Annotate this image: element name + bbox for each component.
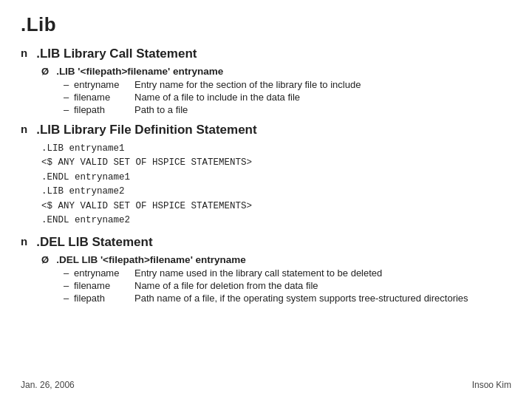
- code-line-1: .LIB entryname1: [41, 142, 511, 156]
- param-dash-3: –: [64, 104, 74, 115]
- section-lib-def: n .LIB Library File Definition Statement…: [21, 123, 511, 228]
- footer-author: Insoo Kim: [472, 380, 511, 390]
- section-title-lib-call: .LIB Library Call Statement: [36, 47, 197, 61]
- section-heading-lib-def: n .LIB Library File Definition Statement: [21, 123, 511, 137]
- param-desc-entryname-2: Entry name used in the library call stat…: [134, 267, 382, 279]
- section-heading-lib-call: n .LIB Library Call Statement: [21, 47, 511, 61]
- bullet-n-2: n: [21, 123, 27, 135]
- ø-marker-2: Ø: [41, 254, 49, 265]
- param-dash: –: [64, 79, 74, 90]
- subsection-lib-call-syntax: Ø .LIB '<filepath>filename' entryname – …: [41, 66, 511, 115]
- page: .Lib n .LIB Library Call Statement Ø .LI…: [0, 0, 532, 399]
- subsection-del-lib-syntax: Ø .DEL LIB '<filepath>filename' entrynam…: [41, 254, 511, 304]
- param-desc-filename-1: Name of a file to include in the data fi…: [134, 92, 300, 103]
- footer: Jan. 26, 2006 Insoo Kim: [21, 380, 511, 390]
- param-name-filename-1: filename: [74, 92, 134, 103]
- param-list-lib-call: – entryname Entry name for the section o…: [64, 79, 511, 115]
- code-line-3: .ENDL entryname1: [41, 171, 511, 185]
- section-title-del-lib: .DEL LIB Statement: [36, 235, 152, 250]
- param-row-filename-1: – filename Name of a file to include in …: [64, 92, 511, 103]
- param-dash-6: –: [64, 293, 74, 304]
- footer-date: Jan. 26, 2006: [21, 380, 75, 390]
- param-name-filepath-1: filepath: [74, 104, 134, 115]
- code-line-6: .ENDL entryname2: [41, 214, 511, 228]
- code-line-2: <$ ANY VALID SET OF HSPICE STATEMENTS>: [41, 156, 511, 170]
- syntax-del-lib: .DEL LIB '<filepath>filename' entryname: [56, 254, 246, 265]
- page-title: .Lib: [21, 13, 511, 36]
- param-dash-2: –: [64, 92, 74, 103]
- param-name-filepath-2: filepath: [74, 293, 134, 304]
- param-name-entryname-1: entryname: [74, 79, 134, 90]
- sub-heading-del-lib: Ø .DEL LIB '<filepath>filename' entrynam…: [41, 254, 511, 265]
- param-name-filename-2: filename: [74, 280, 134, 291]
- section-heading-del-lib: n .DEL LIB Statement: [21, 235, 511, 250]
- param-list-del-lib: – entryname Entry name used in the libra…: [64, 267, 511, 304]
- sub-heading-lib-call: Ø .LIB '<filepath>filename' entryname: [41, 66, 511, 77]
- code-block-lib-def: .LIB entryname1 <$ ANY VALID SET OF HSPI…: [41, 142, 511, 228]
- syntax-lib-call: .LIB '<filepath>filename' entryname: [56, 66, 223, 77]
- section-title-lib-def: .LIB Library File Definition Statement: [36, 123, 256, 137]
- param-desc-filepath-2: Path name of a file, if the operating sy…: [134, 293, 468, 304]
- param-dash-5: –: [64, 280, 74, 291]
- param-row-filepath-2: – filepath Path name of a file, if the o…: [64, 293, 511, 304]
- param-row-entryname-1: – entryname Entry name for the section o…: [64, 79, 511, 90]
- param-row-entryname-2: – entryname Entry name used in the libra…: [64, 267, 511, 279]
- param-row-filename-2: – filename Name of a file for deletion f…: [64, 280, 511, 291]
- param-desc-filename-2: Name of a file for deletion from the dat…: [134, 280, 318, 291]
- param-desc-filepath-1: Path to a file: [134, 104, 188, 115]
- bullet-n-3: n: [21, 235, 27, 248]
- param-desc-entryname-1: Entry name for the section of the librar…: [134, 79, 361, 90]
- code-line-5: <$ ANY VALID SET OF HSPICE STATEMENTS>: [41, 200, 511, 214]
- ø-marker-1: Ø: [41, 66, 49, 77]
- param-row-filepath-1: – filepath Path to a file: [64, 104, 511, 115]
- param-dash-4: –: [64, 267, 74, 279]
- section-del-lib: n .DEL LIB Statement Ø .DEL LIB '<filepa…: [21, 235, 511, 304]
- bullet-n-1: n: [21, 47, 27, 59]
- section-lib-call: n .LIB Library Call Statement Ø .LIB '<f…: [21, 47, 511, 115]
- code-line-4: .LIB entryname2: [41, 185, 511, 199]
- param-name-entryname-2: entryname: [74, 267, 134, 279]
